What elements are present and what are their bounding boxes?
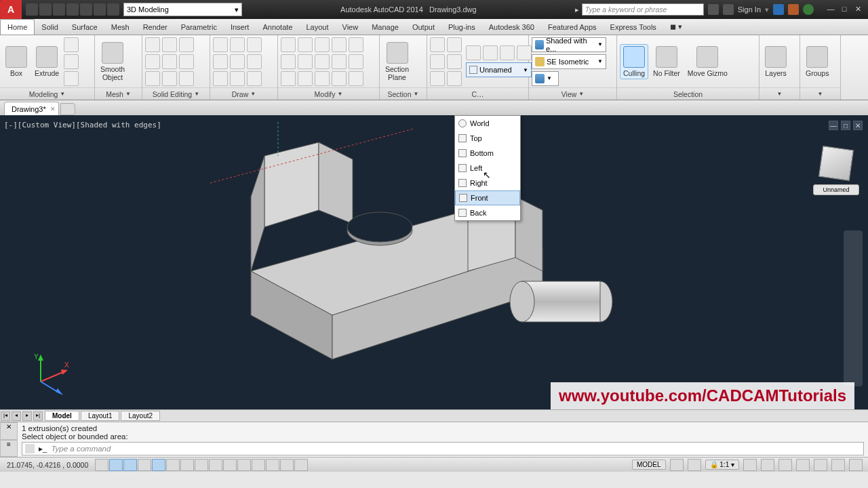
new-tab-button[interactable] <box>60 103 75 115</box>
mod-btn[interactable] <box>281 71 296 86</box>
ucs-item-top[interactable]: Top <box>455 131 520 146</box>
layout-nav-next-icon[interactable]: ▸ <box>22 411 32 421</box>
help-icon[interactable] <box>803 4 814 15</box>
se-btn[interactable] <box>179 37 194 52</box>
infocenter-icon[interactable] <box>708 4 719 15</box>
layout-tab-layout2[interactable]: Layout2 <box>121 411 160 421</box>
mod-btn[interactable] <box>281 37 296 52</box>
sb-3dosnap-icon[interactable] <box>180 459 194 471</box>
qat-new-icon[interactable] <box>26 3 38 16</box>
se-btn[interactable] <box>145 37 160 52</box>
draw-btn[interactable] <box>213 71 228 86</box>
se-btn[interactable] <box>162 37 177 52</box>
draw-btn[interactable] <box>247 37 262 52</box>
view-preset-dropdown[interactable]: SE Isometric▼ <box>532 54 606 69</box>
layout-nav-last-icon[interactable]: ▸| <box>33 411 43 421</box>
qat-undo-icon[interactable] <box>94 3 106 16</box>
sb-ws-switch-icon[interactable] <box>778 459 792 471</box>
ucs-item-bottom[interactable]: Bottom <box>455 146 520 161</box>
mod-btn[interactable] <box>349 37 363 52</box>
viewport-label[interactable]: [-][Custom View][Shaded with edges] <box>4 121 161 129</box>
sb-toolbar-lock-icon[interactable] <box>796 459 810 471</box>
tab-render[interactable]: Render <box>136 19 174 35</box>
layers-button[interactable]: Layers <box>762 45 789 79</box>
ucs-btn[interactable] <box>430 54 445 69</box>
sign-in-link[interactable]: Sign In <box>738 5 761 14</box>
viewport-minimize-icon[interactable]: — <box>829 121 838 130</box>
qat-open-icon[interactable] <box>39 3 52 16</box>
tab-express-tools[interactable]: Express Tools <box>604 19 663 35</box>
tab-layout[interactable]: Layout <box>299 19 335 35</box>
tab-mesh[interactable]: Mesh <box>104 19 136 35</box>
extrude-button[interactable]: Extrude <box>32 45 62 79</box>
sb-polar-icon[interactable] <box>152 459 165 471</box>
ucs-btn[interactable] <box>447 71 462 86</box>
se-btn[interactable] <box>162 54 177 69</box>
sb-ortho-icon[interactable] <box>138 459 151 471</box>
layout-nav-first-icon[interactable]: |◂ <box>1 411 10 421</box>
ucs-icon[interactable]: Y X <box>27 351 75 399</box>
tab-manage[interactable]: Manage <box>365 19 406 35</box>
se-btn[interactable] <box>145 71 160 86</box>
tab-autodesk360[interactable]: Autodesk 360 <box>482 19 541 35</box>
draw-btn[interactable] <box>213 37 228 52</box>
tab-home[interactable]: Home <box>0 19 35 35</box>
draw-btn[interactable] <box>213 54 228 69</box>
layout-tab-model[interactable]: Model <box>45 411 79 421</box>
app-logo[interactable]: A <box>0 0 22 19</box>
no-filter-button[interactable]: No Filter <box>650 45 683 79</box>
sb-cleanscreen-icon[interactable] <box>849 459 863 471</box>
ucs-item-world[interactable]: World <box>455 116 520 131</box>
navigation-bar[interactable] <box>844 230 863 386</box>
smooth-object-button[interactable]: Smooth Object <box>98 41 127 83</box>
mod-btn[interactable] <box>315 71 330 86</box>
sb-annovisibility-icon[interactable] <box>761 459 774 471</box>
tab-view[interactable]: View <box>336 19 366 35</box>
draw-btn[interactable] <box>247 54 262 69</box>
tab-insert[interactable]: Insert <box>224 19 256 35</box>
sb-sc-icon[interactable] <box>280 459 294 471</box>
se-btn[interactable] <box>179 71 194 86</box>
culling-button[interactable]: Culling <box>620 44 648 79</box>
mod-btn[interactable] <box>315 54 330 69</box>
mod-btn[interactable] <box>298 37 313 52</box>
mod-btn[interactable] <box>332 54 347 69</box>
tab-annotate[interactable]: Annotate <box>256 19 299 35</box>
viewport-maximize-icon[interactable]: □ <box>841 121 850 130</box>
sb-qp-icon[interactable] <box>266 459 279 471</box>
tab-surface[interactable]: Surface <box>65 19 104 35</box>
layout-nav-prev-icon[interactable]: ◂ <box>12 411 21 421</box>
se-btn[interactable] <box>162 71 177 86</box>
qat-print-icon[interactable] <box>80 3 92 16</box>
view-manager-button[interactable]: ▼ <box>532 71 559 86</box>
ucs-btn[interactable] <box>483 45 498 60</box>
move-gizmo-button[interactable]: Move Gizmo <box>685 45 730 79</box>
exchange-icon[interactable] <box>773 4 784 15</box>
cmd-handle-icon[interactable]: ≡ <box>0 440 18 458</box>
sb-hardware-icon[interactable] <box>814 459 827 471</box>
draw-btn[interactable] <box>230 37 245 52</box>
layout-tab-layout1[interactable]: Layout1 <box>81 411 120 421</box>
status-model-chip[interactable]: MODEL <box>632 460 666 470</box>
ucs-btn[interactable] <box>447 54 462 69</box>
minimize-button[interactable]: — <box>825 5 837 14</box>
revolve-icon[interactable] <box>64 71 79 86</box>
tab-plugins[interactable]: Plug-ins <box>441 19 482 35</box>
groups-button[interactable]: Groups <box>803 45 831 79</box>
ucs-btn[interactable] <box>500 45 515 60</box>
se-btn[interactable] <box>145 54 160 69</box>
section-plane-button[interactable]: Section Plane <box>382 41 412 83</box>
tab-solid[interactable]: Solid <box>35 19 64 35</box>
mod-btn[interactable] <box>332 37 347 52</box>
sb-osnap-icon[interactable] <box>166 459 180 471</box>
ucs-named-dropdown[interactable]: Unnamed▼ <box>466 62 532 77</box>
draw-btn[interactable] <box>230 71 245 86</box>
status-coordinates[interactable]: 21.0745, -0.4216 , 0.0000 <box>0 461 95 469</box>
tab-output[interactable]: Output <box>406 19 441 35</box>
mod-btn[interactable] <box>349 54 363 69</box>
visual-style-dropdown[interactable]: Shaded with e...▼ <box>532 37 606 52</box>
close-tab-icon[interactable]: ✕ <box>50 106 56 113</box>
sb-isolate-icon[interactable] <box>831 459 845 471</box>
draw-btn[interactable] <box>247 71 262 86</box>
sb-layout-icon[interactable] <box>670 459 684 471</box>
